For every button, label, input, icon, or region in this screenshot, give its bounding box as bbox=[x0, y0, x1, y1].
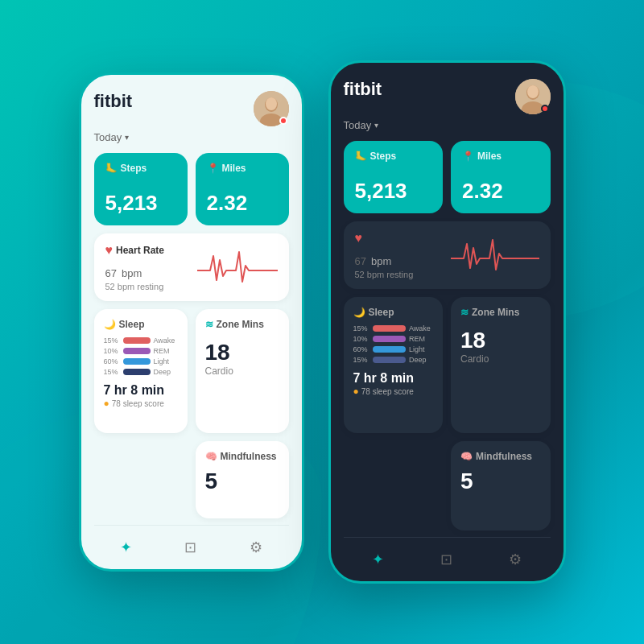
dark-zone-label: ≋ Zone Mins bbox=[460, 307, 541, 318]
light-miles-card[interactable]: 📍 Miles 2.32 bbox=[196, 153, 289, 225]
light-miles-label: 📍 Miles bbox=[207, 163, 278, 174]
light-sleep-time: 7 hr 8 min bbox=[104, 383, 178, 398]
dark-miles-label: 📍 Miles bbox=[462, 151, 539, 162]
light-sleep-bar-awake: 15% Awake bbox=[104, 336, 178, 345]
light-heart-info: ♥ Heart Rate 67 bpm 52 bpm resting bbox=[105, 243, 165, 291]
dark-sleep-card[interactable]: 🌙 Sleep 15% Awake 10% REM bbox=[344, 297, 444, 433]
dark-miles-value: 2.32 bbox=[462, 179, 539, 204]
light-screen: fitbit Today ▾ bbox=[81, 75, 302, 569]
light-miles-value: 2.32 bbox=[207, 191, 278, 216]
light-zone-icon: ≋ bbox=[205, 319, 213, 330]
dark-nav-apps[interactable]: ✦ bbox=[372, 551, 384, 568]
light-mindfulness-icon: 🧠 bbox=[205, 451, 217, 462]
dark-header: fitbit bbox=[344, 79, 551, 114]
dark-zone-card[interactable]: ≋ Zone Mins 18 Cardio bbox=[451, 297, 551, 433]
dark-mindfulness-icon: 🧠 bbox=[460, 451, 473, 462]
light-miles-icon: 📍 bbox=[207, 163, 219, 174]
light-zone-card[interactable]: ≋ Zone Mins 18 Cardio bbox=[196, 309, 289, 433]
light-heart-icon: ♥ bbox=[105, 243, 114, 258]
dark-mindfulness-card[interactable]: 🧠 Mindfulness 5 bbox=[451, 441, 551, 530]
light-zone-sub: Cardio bbox=[205, 365, 279, 377]
dark-heart-card[interactable]: ♥ 67 bpm 52 bpm resting bbox=[344, 221, 551, 289]
light-zone-label: ≋ Zone Mins bbox=[205, 319, 279, 330]
dark-sleep-bar-light: 60% Light bbox=[353, 345, 434, 353]
light-stats-row: 🦶 Steps 5,213 📍 Miles 2.32 bbox=[94, 153, 289, 225]
dark-nav-activity-icon: ⊡ bbox=[440, 551, 452, 568]
dark-sleep-label: 🌙 Sleep bbox=[353, 307, 434, 318]
dark-heart-value: 67 bpm bbox=[355, 249, 414, 270]
dark-sleep-time: 7 hr 8 min bbox=[353, 371, 434, 386]
dark-phone: fitbit Today ▾ bbox=[328, 60, 566, 584]
dark-today-label: Today bbox=[344, 119, 372, 131]
dark-sleep-score: ● 78 sleep score bbox=[353, 386, 434, 397]
dark-ecg-svg bbox=[451, 236, 539, 272]
light-score-dot: ● bbox=[104, 398, 109, 409]
dark-today-row[interactable]: Today ▾ bbox=[344, 119, 551, 131]
light-today-row[interactable]: Today ▾ bbox=[94, 131, 289, 143]
dark-mindfulness-value: 5 bbox=[460, 469, 541, 494]
light-phone: fitbit Today ▾ bbox=[79, 72, 304, 572]
dark-nav-settings-icon: ⚙ bbox=[509, 551, 522, 568]
dark-sleep-bar-deep: 15% Deep bbox=[353, 356, 434, 364]
light-sleep-bars: 15% Awake 10% REM 60% Light bbox=[104, 336, 178, 378]
svg-point-3 bbox=[266, 97, 277, 110]
dark-nav-activity[interactable]: ⊡ bbox=[440, 551, 452, 568]
dark-nav-apps-icon: ✦ bbox=[372, 551, 384, 568]
dark-miles-card[interactable]: 📍 Miles 2.32 bbox=[451, 141, 551, 213]
dark-stats-row: 🦶 Steps 5,213 📍 Miles 2.32 bbox=[344, 141, 551, 213]
light-header: fitbit bbox=[94, 91, 289, 126]
dark-zone-sub: Cardio bbox=[460, 353, 541, 365]
dark-steps-icon: 🦶 bbox=[355, 151, 367, 162]
light-sleep-bar-deep: 15% Deep bbox=[104, 368, 178, 376]
light-avatar-dot bbox=[279, 117, 287, 125]
light-nav-settings[interactable]: ⚙ bbox=[250, 539, 262, 556]
light-bottom-nav: ✦ ⊡ ⚙ bbox=[94, 525, 289, 569]
dark-heart-icon: ♥ bbox=[355, 231, 363, 246]
light-today-label: Today bbox=[94, 131, 122, 143]
dark-zone-value: 18 bbox=[460, 328, 541, 353]
light-steps-value: 5,213 bbox=[105, 191, 176, 216]
light-nav-activity[interactable]: ⊡ bbox=[184, 539, 196, 556]
light-sleep-score: ● 78 sleep score bbox=[104, 398, 178, 409]
dark-avatar-dot bbox=[541, 105, 549, 113]
light-sleep-bar-light: 60% Light bbox=[104, 357, 178, 365]
phones-container: fitbit Today ▾ bbox=[79, 60, 566, 584]
dark-bottom-nav: ✦ ⊡ ⚙ bbox=[344, 537, 551, 581]
dark-chevron-icon: ▾ bbox=[374, 121, 378, 130]
light-mindfulness-label: 🧠 Mindfulness bbox=[205, 451, 279, 462]
dark-steps-label: 🦶 Steps bbox=[355, 151, 432, 162]
dark-steps-value: 5,213 bbox=[355, 179, 432, 204]
dark-heart-unit: bpm bbox=[371, 255, 391, 267]
dark-brand: fitbit bbox=[344, 79, 382, 100]
light-ecg-container bbox=[197, 248, 278, 287]
dark-mindfulness-label: 🧠 Mindfulness bbox=[460, 451, 541, 462]
light-nav-apps[interactable]: ✦ bbox=[120, 539, 132, 556]
light-sleep-bar-rem: 10% REM bbox=[104, 347, 178, 355]
light-heart-card[interactable]: ♥ Heart Rate 67 bpm 52 bpm resting bbox=[94, 233, 289, 301]
light-steps-icon: 🦶 bbox=[105, 163, 118, 174]
dark-nav-settings[interactable]: ⚙ bbox=[509, 551, 522, 568]
light-mindfulness-value: 5 bbox=[205, 469, 279, 494]
light-mindfulness-card[interactable]: 🧠 Mindfulness 5 bbox=[196, 441, 289, 518]
dark-avatar-container[interactable] bbox=[515, 79, 551, 114]
light-nav-apps-icon: ✦ bbox=[120, 539, 132, 556]
light-brand: fitbit bbox=[94, 91, 133, 112]
svg-point-7 bbox=[527, 85, 539, 98]
light-chevron-icon: ▾ bbox=[125, 133, 129, 142]
dark-screen: fitbit Today ▾ bbox=[331, 63, 564, 581]
light-heart-label: ♥ Heart Rate bbox=[105, 243, 165, 258]
light-sleep-card[interactable]: 🌙 Sleep 15% Awake 10% REM bbox=[94, 309, 188, 433]
light-brand-name: fitbit bbox=[94, 91, 133, 112]
light-zone-value: 18 bbox=[205, 340, 279, 365]
light-steps-card[interactable]: 🦶 Steps 5,213 bbox=[94, 153, 188, 225]
dark-heart-resting: 52 bpm resting bbox=[355, 270, 414, 279]
dark-brand-name: fitbit bbox=[344, 79, 382, 100]
dark-ecg-container bbox=[451, 236, 539, 275]
dark-sleep-icon: 🌙 bbox=[353, 307, 365, 318]
light-ecg-svg bbox=[197, 248, 278, 284]
light-nav-settings-icon: ⚙ bbox=[250, 539, 262, 556]
dark-miles-icon: 📍 bbox=[462, 151, 474, 162]
dark-steps-card[interactable]: 🦶 Steps 5,213 bbox=[344, 141, 444, 213]
light-avatar-container[interactable] bbox=[254, 91, 289, 126]
dark-bottom-grid: 🌙 Sleep 15% Awake 10% REM bbox=[344, 297, 551, 530]
